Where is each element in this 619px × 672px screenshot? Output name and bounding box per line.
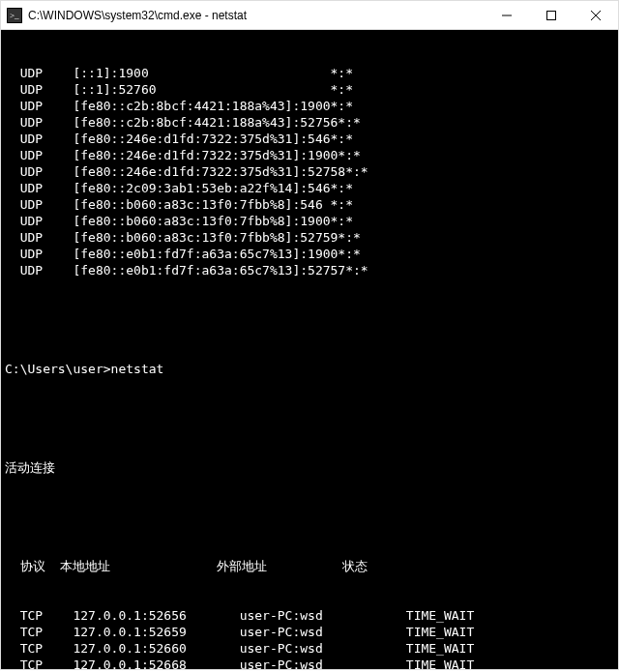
svg-text:>_: >_ — [10, 11, 19, 20]
svg-rect-4 — [547, 11, 556, 19]
table-row: UDP [fe80::b060:a83c:13f0:7fbb%8]:1900*:… — [5, 213, 614, 229]
table-row: TCP 127.0.0.1:52668 user-PC:wsd TIME_WAI… — [5, 657, 614, 669]
table-row: UDP [::1]:52760 *:* — [5, 81, 614, 98]
table-row: UDP [fe80::c2b:8bcf:4421:188a%43]:52756*… — [5, 114, 614, 131]
prompt-line: C:\Users\user>netstat — [5, 361, 614, 377]
table-row: TCP 127.0.0.1:52656 user-PC:wsd TIME_WAI… — [5, 607, 614, 624]
table-header: 协议 本地地址 外部地址 状态 — [5, 558, 614, 574]
table-row: UDP [fe80::e0b1:fd7f:a63a:65c7%13]:52757… — [5, 262, 614, 278]
window-title: C:\WINDOWS\system32\cmd.exe - netstat — [28, 9, 485, 22]
minimize-button[interactable] — [485, 1, 529, 29]
table-row: UDP [fe80::246e:d1fd:7322:375d%31]:52758… — [5, 163, 614, 180]
cmd-window: >_ C:\WINDOWS\system32\cmd.exe - netstat… — [0, 0, 619, 670]
terminal-output[interactable]: UDP [::1]:1900 *:* UDP [::1]:52760 *:* U… — [1, 30, 618, 669]
table-row: UDP [fe80::2c09:3ab1:53eb:a22f%14]:546*:… — [5, 180, 614, 196]
table-row: UDP [fe80::b060:a83c:13f0:7fbb%8]:546 *:… — [5, 196, 614, 213]
blank-line — [5, 509, 614, 525]
table-row: UDP [fe80::246e:d1fd:7322:375d%31]:1900*… — [5, 147, 614, 163]
table-row: TCP 127.0.0.1:52659 user-PC:wsd TIME_WAI… — [5, 624, 614, 640]
tcp-table: TCP 127.0.0.1:52656 user-PC:wsd TIME_WAI… — [5, 607, 614, 669]
blank-line — [5, 410, 614, 426]
close-button[interactable] — [574, 1, 618, 29]
table-row: UDP [::1]:1900 *:* — [5, 65, 614, 81]
maximize-button[interactable] — [529, 1, 574, 29]
cmd-icon: >_ — [7, 8, 22, 23]
table-row: UDP [fe80::b060:a83c:13f0:7fbb%8]:52759*… — [5, 229, 614, 246]
table-row: TCP 127.0.0.1:52660 user-PC:wsd TIME_WAI… — [5, 640, 614, 657]
table-row: UDP [fe80::c2b:8bcf:4421:188a%43]:1900*:… — [5, 98, 614, 114]
table-row: UDP [fe80::e0b1:fd7f:a63a:65c7%13]:1900*… — [5, 246, 614, 262]
udp-table: UDP [::1]:1900 *:* UDP [::1]:52760 *:* U… — [5, 65, 614, 278]
blank-line — [5, 311, 614, 328]
window-buttons — [485, 1, 618, 29]
titlebar[interactable]: >_ C:\WINDOWS\system32\cmd.exe - netstat — [1, 1, 618, 30]
active-connections-label: 活动连接 — [5, 459, 614, 476]
table-row: UDP [fe80::246e:d1fd:7322:375d%31]:546*:… — [5, 131, 614, 147]
